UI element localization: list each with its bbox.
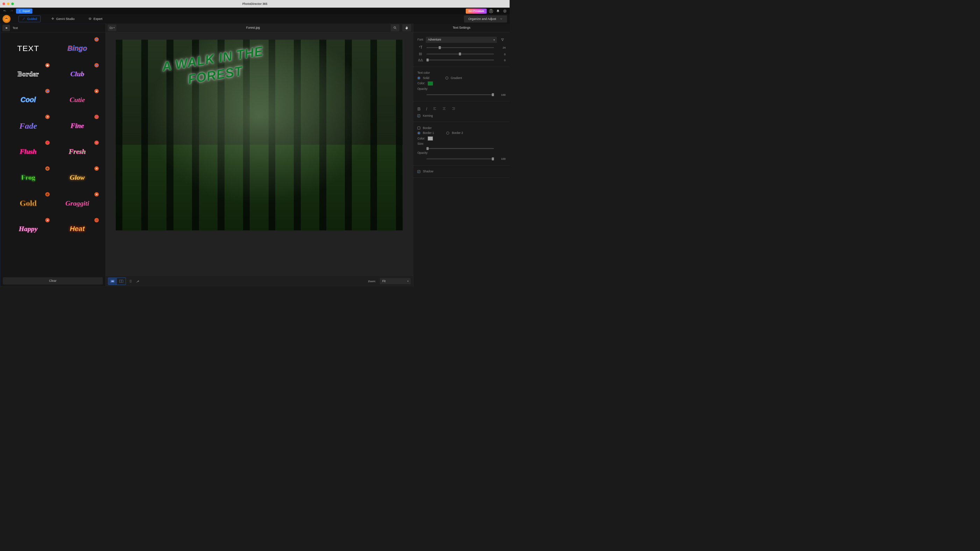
compare-icon xyxy=(129,279,132,283)
export-label: Export xyxy=(22,10,30,13)
folder-dropdown[interactable]: ▼ xyxy=(108,24,116,31)
preset-bingo[interactable]: Bingo xyxy=(54,36,100,60)
preset-cutie[interactable]: Cutie xyxy=(54,88,100,112)
chevron-down-icon xyxy=(500,17,503,20)
preset-club[interactable]: Club xyxy=(54,62,100,86)
border-checkbox[interactable] xyxy=(417,127,420,129)
solid-radio[interactable] xyxy=(417,76,420,79)
align-center-button[interactable] xyxy=(442,106,446,112)
preset-fresh[interactable]: Fresh xyxy=(54,140,100,164)
preset-frog[interactable]: Frog xyxy=(5,165,51,189)
font-size-slider[interactable] xyxy=(426,47,494,48)
border-opacity-label: Opacity: xyxy=(417,151,428,154)
tab-expert[interactable]: Expert xyxy=(85,15,106,22)
premium-badge-icon xyxy=(45,192,49,197)
shadow-label: Shadow xyxy=(423,170,433,173)
get-premium-button[interactable]: Get Premium xyxy=(466,8,487,14)
canvas-text-overlay[interactable]: A WALK IN THE FOREST xyxy=(136,40,292,95)
traffic-minimize[interactable] xyxy=(7,2,10,5)
border-color-label: Color: xyxy=(417,137,425,140)
svg-rect-5 xyxy=(111,280,114,282)
clear-button[interactable]: Clear xyxy=(3,277,103,284)
tab-genai-label: GenAI Studio xyxy=(56,17,75,21)
view-single[interactable] xyxy=(108,278,117,284)
kerning-checkbox[interactable] xyxy=(417,114,420,117)
font-filter-button[interactable] xyxy=(500,37,506,43)
compare-button[interactable] xyxy=(128,279,133,284)
bold-button[interactable]: B xyxy=(417,106,420,112)
font-value: Adventure xyxy=(428,38,441,41)
font-select[interactable]: Adventure xyxy=(426,37,496,43)
border-size-label: Size: xyxy=(417,142,424,145)
text-opacity-value: 100 xyxy=(496,93,506,96)
align-right-button[interactable] xyxy=(452,106,455,112)
tracking-slider[interactable] xyxy=(426,60,494,60)
border2-label: Border 2 xyxy=(452,132,463,135)
font-size-value: 24 xyxy=(496,46,506,49)
italic-button[interactable]: I xyxy=(426,106,427,112)
zoom-select[interactable]: Fit xyxy=(380,278,410,284)
opacity-label: Opacity: xyxy=(417,87,428,91)
text-opacity-slider[interactable] xyxy=(426,94,494,95)
svg-point-2 xyxy=(504,11,505,11)
border-color-swatch[interactable] xyxy=(428,137,433,141)
traffic-zoom[interactable] xyxy=(11,2,14,5)
notifications-icon[interactable] xyxy=(495,8,501,14)
account-icon[interactable] xyxy=(488,8,494,14)
border2-radio[interactable] xyxy=(446,132,449,134)
border-heading: Border xyxy=(423,126,431,129)
app-logo xyxy=(2,15,11,23)
tab-genai[interactable]: GenAI Studio xyxy=(48,15,78,22)
kerning-label: Kerning xyxy=(423,114,433,118)
eyedropper-button[interactable] xyxy=(135,279,141,284)
undo-button[interactable] xyxy=(2,8,7,14)
export-button[interactable]: Export xyxy=(16,8,32,14)
preset-heat[interactable]: Heat xyxy=(54,217,100,241)
preset-glow[interactable]: Glow xyxy=(54,165,100,189)
settings-icon[interactable] xyxy=(502,8,508,14)
redo-button[interactable] xyxy=(9,8,14,14)
layers-icon xyxy=(89,17,92,20)
text-color-heading: Text color xyxy=(417,71,430,75)
border-size-slider[interactable] xyxy=(426,148,494,149)
preset-graggiti[interactable]: Graggiti xyxy=(54,191,100,215)
svg-point-0 xyxy=(490,10,492,11)
preset-text[interactable]: TEXT xyxy=(5,36,51,60)
line-height-slider[interactable] xyxy=(426,54,494,54)
view-mode-toggle xyxy=(108,278,126,285)
organize-adjust-dropdown[interactable]: Organize and Adjust xyxy=(464,15,507,22)
color-label: Color: xyxy=(417,82,425,85)
border-opacity-slider[interactable] xyxy=(426,158,494,159)
align-left-button[interactable] xyxy=(433,106,436,112)
text-color-swatch[interactable] xyxy=(428,81,433,85)
tab-guided[interactable]: Guided xyxy=(19,15,41,22)
tracking-value: 0 xyxy=(496,59,506,62)
premium-badge-icon xyxy=(94,141,99,145)
zoom-tool[interactable] xyxy=(391,24,399,32)
folder-icon xyxy=(109,26,113,29)
gradient-radio[interactable] xyxy=(445,76,448,79)
preset-fade[interactable]: Fade xyxy=(5,114,51,138)
back-button[interactable] xyxy=(2,24,10,31)
app-title: PhotoDirector 365 xyxy=(242,2,267,5)
filter-icon xyxy=(501,38,504,41)
premium-badge-icon xyxy=(45,63,49,67)
mac-titlebar: PhotoDirector 365 xyxy=(0,0,509,8)
traffic-close[interactable] xyxy=(2,2,5,5)
preset-flush[interactable]: Flush xyxy=(5,140,51,164)
arrow-left-icon xyxy=(4,26,8,30)
export-icon xyxy=(19,10,21,12)
view-split[interactable] xyxy=(117,278,126,284)
preset-fine[interactable]: Fine xyxy=(54,114,100,138)
preset-happy[interactable]: Happy xyxy=(5,217,51,241)
pan-tool[interactable] xyxy=(402,24,411,32)
border-opacity-value: 100 xyxy=(496,157,506,160)
canvas-image[interactable]: A WALK IN THE FOREST xyxy=(116,40,403,230)
premium-badge-icon xyxy=(94,37,99,41)
border1-radio[interactable] xyxy=(417,132,420,134)
shadow-checkbox[interactable] xyxy=(417,170,420,173)
preset-gold[interactable]: Gold xyxy=(5,191,51,215)
preset-cool[interactable]: Cool xyxy=(5,88,51,112)
tab-guided-label: Guided xyxy=(27,17,37,21)
preset-border[interactable]: Border xyxy=(5,62,51,86)
